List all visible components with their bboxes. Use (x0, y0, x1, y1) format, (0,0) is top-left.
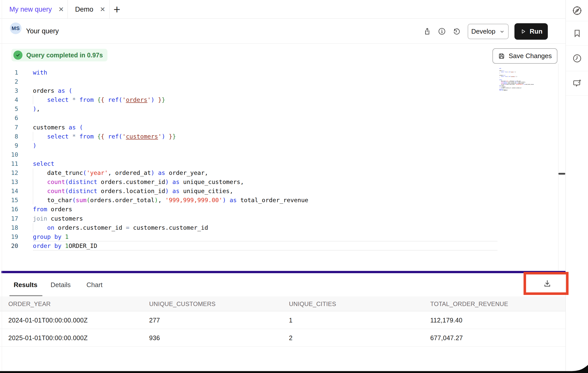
table-cell: 1 (289, 311, 292, 329)
save-changes-label: Save Changes (509, 52, 552, 60)
info-icon (438, 27, 446, 35)
code-line[interactable]: 1with (0, 68, 566, 77)
code-line[interactable]: 9) (0, 141, 566, 150)
history-button[interactable] (451, 26, 462, 37)
tab-label: My new query (9, 6, 52, 13)
ai-chat-button[interactable] (566, 71, 588, 95)
line-number: 2 (0, 77, 18, 86)
table-cell: 677,047.27 (430, 329, 463, 347)
avatar: MS (10, 22, 21, 34)
code-line[interactable]: 12date_trunc('year', ordered_at) as orde… (0, 168, 566, 177)
query-status-badge: Query completed in 0.97s (11, 49, 107, 61)
run-button[interactable]: Run (514, 23, 548, 40)
compass-icon (572, 5, 582, 16)
close-icon[interactable]: ✕ (100, 6, 105, 13)
results-tab-results[interactable]: Results (14, 281, 37, 289)
editor-scrollbar-thumb[interactable] (558, 173, 565, 175)
code-line[interactable]: 20order by 1ORDER_ID (0, 241, 566, 250)
clock-icon (572, 53, 582, 63)
code-line[interactable]: 18on orders.customer_id = customers.cust… (0, 223, 566, 232)
line-number: 18 (0, 223, 18, 232)
code-line[interactable]: 3orders as ( (0, 86, 566, 95)
sql-editor[interactable]: 1with23orders as (4select * from {{ ref(… (0, 68, 566, 250)
play-icon (520, 28, 527, 35)
line-number: 16 (0, 205, 18, 214)
code-line[interactable]: 8select * from {{ ref('customers') }} (0, 132, 566, 141)
line-number: 12 (0, 168, 18, 177)
line-number: 7 (0, 123, 18, 132)
column-header: UNIQUE_CUSTOMERS (149, 296, 216, 311)
code-line[interactable]: 16from orders (0, 205, 566, 214)
line-number: 5 (0, 104, 18, 113)
column-header: TOTAL_ORDER_REVENUE (430, 296, 508, 311)
minimap-content: withorders as (select * from {{ ref('ord… (499, 68, 553, 91)
right-toolbar (566, 0, 588, 373)
history-icon (453, 27, 461, 35)
code-line[interactable]: 14count(distinct orders.location_id) as … (0, 186, 566, 196)
page-title: Your query (26, 19, 59, 44)
tab-my-new-query[interactable]: My new query ✕ (9, 0, 64, 19)
develop-dropdown[interactable]: Develop (468, 24, 509, 39)
code-line[interactable]: 11select (0, 159, 566, 168)
line-number: 3 (0, 86, 18, 95)
share-icon (423, 27, 431, 35)
editor-minimap[interactable]: withorders as (select * from {{ ref('ord… (499, 68, 559, 96)
close-icon[interactable]: ✕ (58, 6, 64, 13)
line-number: 20 (0, 241, 18, 250)
tab-separator (67, 0, 68, 19)
history-panel-button[interactable] (566, 46, 588, 71)
editor-scrollbar-track (558, 64, 558, 271)
window-left-edge (2, 0, 2, 373)
table-cell: 277 (149, 311, 160, 329)
annotation-highlight-rectangle (524, 272, 569, 295)
code-line[interactable]: 19group by 1 (0, 232, 566, 241)
tab-label: Demo (75, 6, 93, 13)
line-number: 13 (0, 177, 18, 186)
save-icon (498, 53, 505, 60)
code-line[interactable]: 6 (0, 113, 566, 123)
run-label: Run (530, 28, 542, 35)
line-number: 4 (0, 95, 18, 104)
line-number: 9 (0, 141, 18, 150)
check-circle-icon (13, 51, 22, 60)
discover-button[interactable] (566, 0, 588, 21)
line-number: 14 (0, 186, 18, 196)
code-line[interactable]: 7customers as ( (0, 123, 566, 132)
code-line[interactable]: 17join customers (0, 214, 566, 223)
code-line[interactable]: 5), (0, 104, 566, 113)
table-cell: 112,179.40 (430, 311, 462, 329)
bookmarks-button[interactable] (566, 21, 588, 45)
tab-demo[interactable]: Demo ✕ (75, 0, 105, 19)
pane-divider[interactable] (1, 271, 566, 273)
table-cell: 2025-01-01T00:00:00.000Z (8, 329, 88, 347)
line-number: 11 (0, 159, 18, 168)
line-number: 10 (0, 150, 18, 159)
column-header: ORDER_YEAR (8, 296, 51, 311)
code-line[interactable]: 13count(distinct orders.customer_id) as … (0, 177, 566, 186)
info-button[interactable] (436, 26, 447, 37)
code-line[interactable]: 4select * from {{ ref('orders') }} (0, 95, 566, 104)
status-message: Query completed in 0.97s (26, 52, 103, 59)
window-bottom-edge (0, 363, 588, 373)
editor-tab-bar: My new query ✕ Demo ✕ + (0, 0, 566, 19)
code-line[interactable]: 2 (0, 77, 566, 86)
results-tab-details[interactable]: Details (51, 281, 71, 289)
tab-separator (109, 0, 110, 19)
line-number: 8 (0, 132, 18, 141)
chat-sparkle-icon (572, 78, 582, 89)
column-header: UNIQUE_CITIES (289, 296, 336, 311)
line-number: 19 (0, 232, 18, 241)
code-line[interactable]: 10 (0, 150, 566, 159)
table-row: 2024-01-01T00:00:00.000Z2771112,179.40 (0, 311, 566, 329)
save-changes-button[interactable]: Save Changes (492, 48, 557, 64)
share-button[interactable] (422, 26, 433, 37)
table-cell: 2024-01-01T00:00:00.000Z (8, 311, 88, 329)
add-tab-button[interactable]: + (114, 0, 120, 19)
results-tab-chart[interactable]: Chart (86, 281, 103, 289)
query-header: MS Your query Develop Run (0, 19, 566, 44)
table-cell: 936 (149, 329, 160, 347)
line-number: 17 (0, 214, 18, 223)
active-line-highlight (33, 241, 497, 250)
code-line[interactable]: 15to_char(sum(orders.order_total), '999,… (0, 196, 566, 205)
table-row: 2025-01-01T00:00:00.000Z9362677,047.27 (0, 329, 566, 347)
